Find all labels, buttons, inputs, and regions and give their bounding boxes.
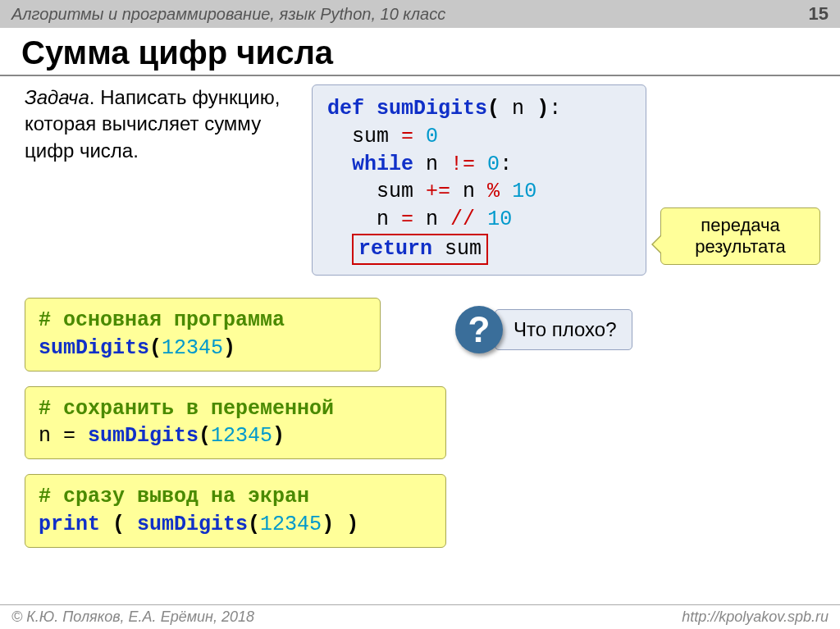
- fn-call: sumDigits: [39, 336, 149, 360]
- question-label: Что плохо?: [495, 309, 632, 350]
- copyright: © К.Ю. Поляков, Е.А. Ерёмин, 2018: [11, 608, 254, 626]
- op: =: [401, 125, 413, 148]
- example-1: # основная программа sumDigits(12345): [25, 298, 381, 371]
- arg: n: [512, 97, 524, 121]
- fn-name: sumDigits: [377, 97, 487, 121]
- paren: (: [248, 513, 260, 536]
- paren: ): [536, 97, 549, 121]
- task-label: Задача: [25, 86, 89, 108]
- var: n: [426, 153, 438, 176]
- var: n: [463, 180, 475, 203]
- ret-val: sum: [445, 237, 482, 261]
- paren: (: [199, 424, 211, 448]
- example-3: # сразу вывод на экран print ( sumDigits…: [25, 474, 446, 548]
- paren: (: [487, 97, 500, 121]
- op: //: [450, 207, 475, 231]
- callout: передача результата: [660, 207, 820, 265]
- kw-def: def: [327, 97, 364, 121]
- num: 0: [426, 125, 438, 148]
- fn-call: sumDigits: [137, 513, 248, 536]
- comment: # сохранить в переменной: [39, 395, 432, 423]
- footer-url: http://kpolyakov.spb.ru: [682, 608, 829, 626]
- task-text: Задача. Написать функцию, которая вычисл…: [25, 84, 295, 164]
- header: Алгоритмы и программирование, язык Pytho…: [0, 0, 840, 28]
- num: 12345: [162, 336, 223, 360]
- num: 0: [487, 153, 500, 176]
- op: +=: [426, 180, 450, 203]
- var: sum: [377, 180, 413, 203]
- footer: © К.Ю. Поляков, Е.А. Ерёмин, 2018 http:/…: [0, 604, 840, 629]
- paren: ): [223, 336, 235, 360]
- paren: ): [346, 513, 358, 536]
- question-icon: ?: [455, 306, 503, 353]
- breadcrumb: Алгоритмы и программирование, язык Pytho…: [11, 5, 445, 24]
- num: 12345: [260, 513, 322, 536]
- comment: # сразу вывод на экран: [39, 483, 432, 511]
- kw-print: print: [39, 513, 100, 536]
- kw-return: return: [358, 237, 432, 261]
- num: 12345: [211, 424, 272, 448]
- paren: ): [272, 424, 285, 448]
- return-box: return sum: [352, 234, 488, 265]
- page-number: 15: [809, 3, 829, 25]
- divider: [0, 75, 840, 76]
- callout-line: передача: [673, 215, 808, 236]
- question-box: ? Что плохо?: [455, 306, 632, 353]
- callout-line: результата: [673, 236, 808, 258]
- fn-call: sumDigits: [88, 424, 199, 448]
- num: 10: [487, 207, 512, 231]
- var: sum: [352, 125, 389, 148]
- var: n: [426, 207, 438, 231]
- examples: # основная программа sumDigits(12345) # …: [25, 298, 446, 563]
- num: 10: [512, 180, 536, 203]
- paren: (: [149, 336, 162, 360]
- comment: # основная программа: [39, 307, 367, 335]
- var: n: [377, 207, 389, 231]
- op: %: [487, 180, 500, 203]
- op: !=: [450, 153, 475, 176]
- example-2: # сохранить в переменной n = sumDigits(1…: [25, 386, 446, 460]
- kw-while: while: [352, 153, 413, 176]
- code-block: def sumDigits( n ): sum = 0 while n != 0…: [312, 84, 646, 276]
- paren: ): [322, 513, 334, 536]
- paren: (: [112, 513, 125, 536]
- op: =: [401, 207, 413, 231]
- page-title: Сумма цифр числа: [21, 34, 840, 71]
